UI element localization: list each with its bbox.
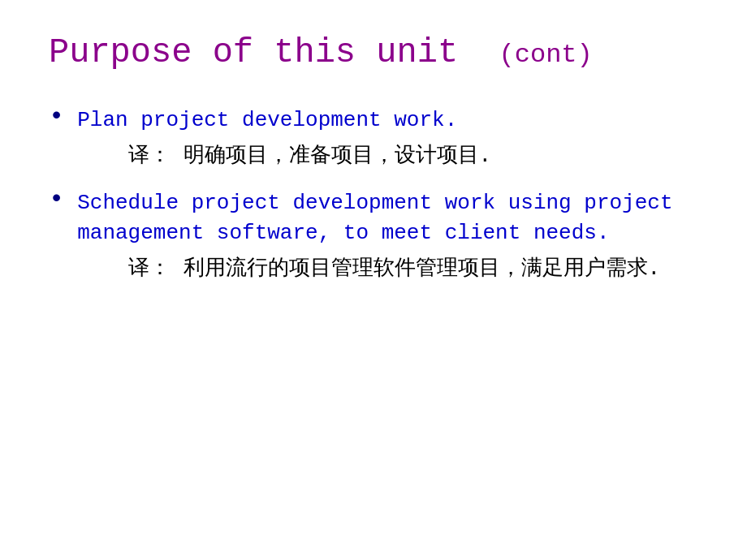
- bullet-translation-2: 译： 利用流行的项目管理软件管理项目，满足用户需求.: [86, 254, 698, 285]
- bullet-list: • Plan project development work. 译： 明确项目…: [49, 106, 698, 284]
- bullet-item-2: • Schedule project development work usin…: [49, 188, 698, 285]
- translation-label-2: 译：: [128, 256, 171, 281]
- bullet-text-2: Schedule project development work using …: [77, 188, 698, 249]
- translation-indent-1: 译： 明确项目，准备项目，设计项目.: [128, 141, 491, 172]
- translation-content-2: 利用流行的项目管理软件管理项目，满足用户需求.: [184, 256, 661, 281]
- slide-title: Purpose of this unit (cont): [49, 32, 698, 73]
- bullet-item-1: • Plan project development work. 译： 明确项目…: [49, 106, 698, 171]
- slide-container: Purpose of this unit (cont) • Plan proje…: [0, 0, 747, 560]
- title-main-text: Purpose of this unit: [49, 33, 458, 72]
- title-cont-text: (cont): [499, 40, 593, 70]
- bullet-main-1: • Plan project development work.: [49, 106, 698, 136]
- bullet-main-2: • Schedule project development work usin…: [49, 188, 698, 249]
- bullet-text-1: Plan project development work.: [77, 106, 457, 136]
- bullet-translation-1: 译： 明确项目，准备项目，设计项目.: [86, 141, 698, 172]
- bullet-dot-1: •: [49, 102, 64, 131]
- translation-indent-2: 译： 利用流行的项目管理软件管理项目，满足用户需求.: [128, 254, 660, 285]
- translation-content-1: 明确项目，准备项目，设计项目.: [184, 144, 492, 168]
- bullet-dot-2: •: [49, 185, 64, 213]
- translation-label-1: 译：: [128, 144, 171, 168]
